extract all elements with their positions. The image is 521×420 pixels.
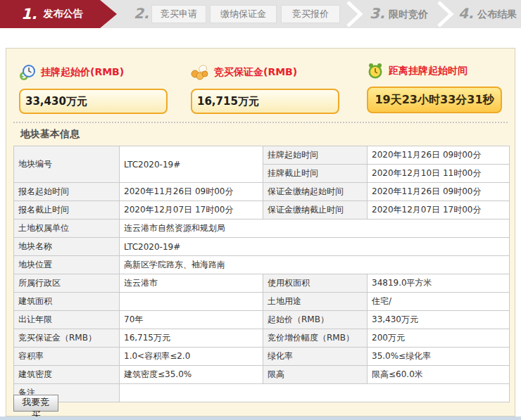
countdown-value: 19天23小时33分31秒 bbox=[367, 87, 502, 113]
bid-deposit-value: 16,715万元 bbox=[191, 89, 339, 114]
footer-strip bbox=[0, 416, 521, 420]
field-value: 70年 bbox=[120, 311, 263, 329]
field-label: 保证金缴纳起始时间 bbox=[263, 183, 368, 201]
field-label: 报名截止时间 bbox=[14, 201, 120, 219]
step-4-number: 4. bbox=[458, 5, 474, 22]
field-label: 限高 bbox=[263, 366, 368, 384]
coins-icon bbox=[191, 64, 209, 81]
field-value: 2020年12月10日 11时00分 bbox=[368, 165, 510, 183]
field-label: 竞买保证金（RMB） bbox=[14, 329, 120, 348]
field-value: 2020年11月26日 09时00分 bbox=[120, 183, 263, 201]
chevron-right-icon bbox=[436, 0, 454, 28]
step-4-label: 公布结果 bbox=[477, 8, 517, 21]
bid-offer-button[interactable]: 竞买报价 bbox=[281, 5, 340, 23]
field-label: 挂牌起始时间 bbox=[263, 146, 368, 165]
field-value: 33,430万元 bbox=[368, 311, 510, 329]
field-value: 住宅/ bbox=[368, 293, 510, 311]
listing-start-price-header: $ 挂牌起始价(RMB) bbox=[19, 63, 124, 82]
field-label: 使用权面积 bbox=[263, 274, 368, 293]
dotted-divider bbox=[13, 122, 508, 123]
field-label: 出让年限 bbox=[14, 311, 120, 329]
table-row: 报名起始时间 2020年11月26日 09时00分 保证金缴纳起始时间 2020… bbox=[14, 183, 510, 201]
table-row: 所属行政区 连云港市 使用权面积 34819.0平方米 bbox=[14, 274, 510, 293]
field-label: 挂牌截止时间 bbox=[263, 165, 368, 183]
field-label: 报名起始时间 bbox=[14, 183, 120, 201]
field-value bbox=[120, 384, 510, 402]
field-value: 16,715万元 bbox=[120, 329, 263, 348]
field-value: 34819.0平方米 bbox=[368, 274, 510, 293]
money-clock-icon: $ bbox=[19, 64, 36, 81]
table-row: 报名截止时间 2020年12月07日 17时00分 保证金缴纳截止时间 2020… bbox=[14, 201, 510, 219]
field-label: 竞价增价幅度（RMB） bbox=[263, 329, 368, 348]
field-value: 200万元 bbox=[368, 329, 510, 348]
table-row: 建筑密度 建筑密度≤35.0% 限高 限高≤60.0米 bbox=[14, 366, 510, 384]
field-value: LTC2020-19# bbox=[120, 146, 263, 183]
field-value: 2020年11月26日 09时00分 bbox=[368, 146, 510, 165]
bid-deposit-header: 竞买保证金(RMB) bbox=[191, 63, 297, 82]
field-label: 土地权属单位 bbox=[14, 219, 120, 238]
countdown-header: 距离挂牌起始时间 bbox=[367, 62, 467, 80]
i-want-to-bid-button[interactable]: 我要竞买 bbox=[13, 395, 58, 412]
field-label: 土地用途 bbox=[263, 293, 368, 311]
table-row: 地块位置 高新区学院路东、袖海路南 bbox=[14, 256, 510, 274]
table-row: 土地权属单位 连云港市自然资源和规划局 bbox=[14, 219, 510, 238]
field-label: 建筑面积 bbox=[14, 293, 120, 311]
field-value: 建筑密度≤35.0% bbox=[120, 366, 263, 384]
parcel-info-table: 地块编号 LTC2020-19# 挂牌起始时间 2020年11月26日 09时0… bbox=[13, 146, 510, 402]
field-label: 保证金缴纳截止时间 bbox=[263, 201, 368, 219]
field-value bbox=[120, 293, 263, 311]
table-row: 出让年限 70年 起始价（RMB） 33,430万元 bbox=[14, 311, 510, 329]
field-label: 绿化率 bbox=[263, 348, 368, 366]
step-3-number: 3. bbox=[370, 5, 385, 22]
step-1-label: 发布公告 bbox=[44, 8, 83, 20]
field-value: LTC2020-19# bbox=[120, 238, 510, 256]
chevron-right-icon bbox=[345, 0, 363, 28]
section-title: 地块基本信息 bbox=[20, 128, 80, 141]
field-value: 连云港市自然资源和规划局 bbox=[120, 219, 510, 238]
listing-start-price-label: 挂牌起始价(RMB) bbox=[41, 66, 124, 79]
field-value: 高新区学院路东、袖海路南 bbox=[120, 256, 510, 274]
field-label: 地块位置 bbox=[14, 256, 120, 274]
table-row: 建筑面积 土地用途 住宅/ bbox=[14, 293, 510, 311]
alarm-clock-icon bbox=[367, 63, 384, 79]
field-value: 连云港市 bbox=[120, 274, 263, 293]
table-row: 地块编号 LTC2020-19# 挂牌起始时间 2020年11月26日 09时0… bbox=[14, 146, 510, 165]
table-row: 容积率 1.0<容积率≤2.0 绿化率 35.0%≤绿化率 bbox=[14, 348, 510, 366]
field-label: 起始价（RMB） bbox=[263, 311, 368, 329]
field-label: 地块名称 bbox=[14, 238, 120, 256]
table-row: 竞买保证金（RMB） 16,715万元 竞价增价幅度（RMB） 200万元 bbox=[14, 329, 510, 348]
field-value: 2020年12月07日 17时00分 bbox=[368, 201, 510, 219]
field-value: 35.0%≤绿化率 bbox=[368, 348, 510, 366]
table-row: 备注 bbox=[14, 384, 510, 402]
field-value: 2020年12月07日 17时00分 bbox=[120, 201, 263, 219]
listing-start-price-value: 33,430万元 bbox=[19, 89, 168, 114]
field-label: 容积率 bbox=[14, 348, 120, 366]
field-label: 地块编号 bbox=[14, 146, 120, 183]
table-row: 地块名称 LTC2020-19# bbox=[14, 238, 510, 256]
step-1-publish-announcement: 1. 发布公告 bbox=[0, 0, 117, 28]
field-label: 所属行政区 bbox=[14, 274, 120, 293]
bid-application-button[interactable]: 竞买申请 bbox=[151, 5, 206, 23]
field-label: 建筑密度 bbox=[14, 366, 120, 384]
step-2-number: 2. bbox=[134, 5, 149, 22]
bid-deposit-label: 竞买保证金(RMB) bbox=[214, 66, 297, 79]
announcement-panel: $ 挂牌起始价(RMB) 33,430万元 竞买保证金(RMB) 16,715万… bbox=[6, 48, 515, 416]
countdown-label: 距离挂牌起始时间 bbox=[389, 65, 467, 77]
step-3-label: 限时竞价 bbox=[389, 8, 428, 21]
pay-deposit-button[interactable]: 缴纳保证金 bbox=[210, 5, 277, 23]
field-value: 2020年11月26日 09时00分 bbox=[368, 183, 510, 201]
field-value: 限高≤60.0米 bbox=[368, 366, 510, 384]
progress-stepbar: 1. 发布公告 2. 竞买申请 缴纳保证金 竞买报价 3. 限时竞价 4. 公布… bbox=[0, 0, 521, 28]
field-value: 1.0<容积率≤2.0 bbox=[120, 348, 263, 366]
step-1-number: 1. bbox=[21, 6, 37, 23]
